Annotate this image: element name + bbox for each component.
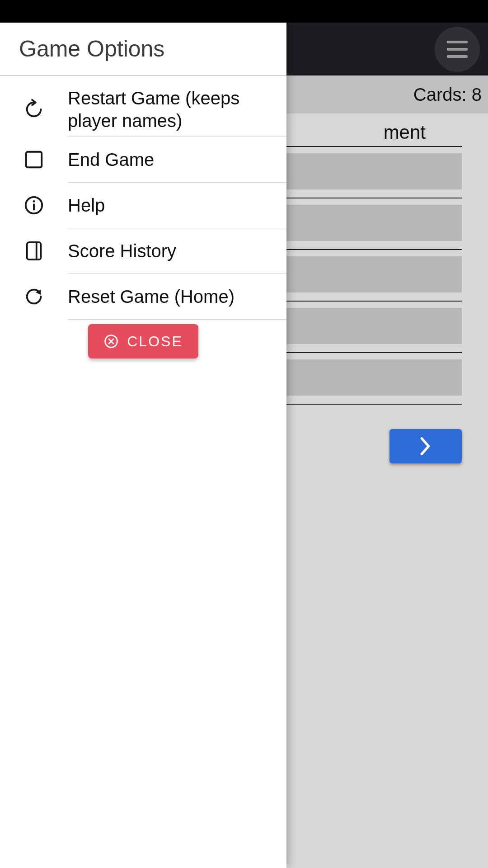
option-label: End Game <box>68 148 286 171</box>
option-end-game[interactable]: End Game <box>0 137 286 182</box>
drawer-title: Game Options <box>19 36 164 62</box>
option-score-history[interactable]: Score History <box>0 228 286 274</box>
svg-point-2 <box>33 200 35 203</box>
next-button[interactable] <box>389 429 462 463</box>
close-circle-icon <box>103 334 119 349</box>
stop-icon <box>0 149 68 170</box>
svg-rect-0 <box>26 152 42 168</box>
reset-icon <box>0 286 68 307</box>
menu-button[interactable] <box>435 27 480 72</box>
option-help[interactable]: Help <box>0 183 286 228</box>
option-label: Help <box>68 194 286 217</box>
option-label: Score History <box>68 240 286 262</box>
chevron-right-icon <box>420 436 432 456</box>
option-reset-game[interactable]: Reset Game (Home) <box>0 274 286 319</box>
history-card-icon <box>0 241 68 261</box>
options-list: Restart Game (keeps player names) End Ga… <box>0 76 286 359</box>
info-icon <box>0 195 68 216</box>
option-label: Reset Game (Home) <box>68 285 286 308</box>
close-button[interactable]: CLOSE <box>88 324 198 359</box>
refresh-icon <box>0 99 68 120</box>
option-label: Restart Game (keeps player names) <box>68 87 286 132</box>
cards-count-label: Cards: 8 <box>413 85 482 105</box>
option-restart-game[interactable]: Restart Game (keeps player names) <box>0 82 286 137</box>
svg-rect-4 <box>27 242 41 259</box>
hamburger-icon <box>447 41 468 43</box>
drawer-header: Game Options <box>0 23 286 76</box>
status-bar <box>0 0 488 23</box>
close-button-label: CLOSE <box>127 333 183 350</box>
game-options-drawer: Game Options Restart Game (keeps player … <box>0 23 286 868</box>
